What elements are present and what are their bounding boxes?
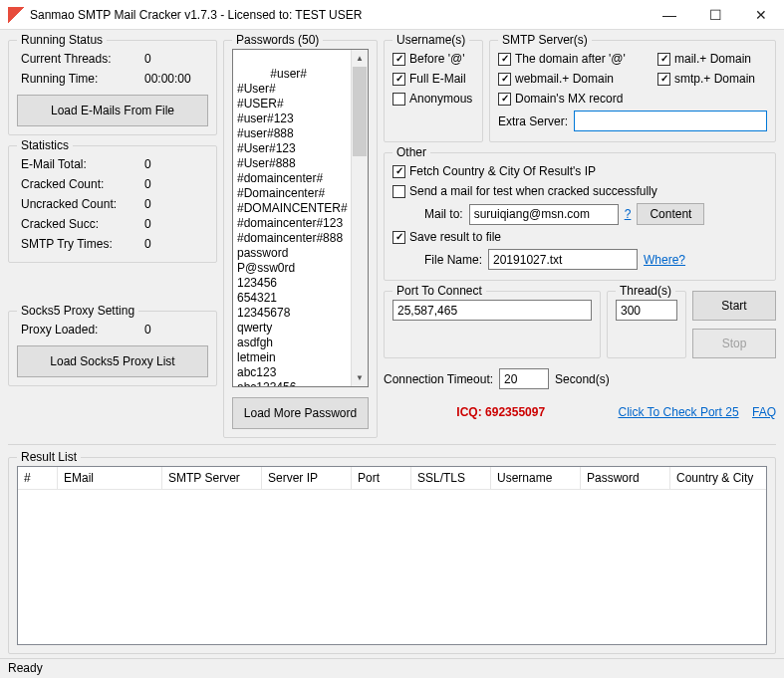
webmail-label: webmail.+ Domain: [515, 72, 614, 86]
minimize-button[interactable]: —: [647, 0, 692, 30]
anonymous-checkbox[interactable]: [392, 93, 405, 106]
result-table[interactable]: # EMail SMTP Server Server IP Port SSL/T…: [17, 466, 767, 645]
scroll-up-icon[interactable]: ▲: [352, 50, 368, 67]
webmail-checkbox[interactable]: [498, 73, 511, 86]
maximize-button[interactable]: ☐: [692, 0, 738, 30]
uncracked-count-label: Uncracked Count:: [21, 197, 117, 211]
other-group: Other Fetch Country & City Of Result's I…: [384, 152, 776, 281]
before-at-label: Before '@': [409, 52, 464, 66]
statistics-group: Statistics E-Mail Total:0 Cracked Count:…: [8, 145, 217, 263]
check-port-link[interactable]: Click To Check Port 25: [618, 405, 738, 419]
statusbar: Ready: [0, 658, 784, 678]
icq-label: ICQ: 692355097: [456, 405, 545, 419]
cracked-count-label: Cracked Count:: [21, 177, 104, 191]
col-username[interactable]: Username: [491, 467, 581, 489]
mail-help-link[interactable]: ?: [625, 207, 632, 221]
result-list-title: Result List: [17, 450, 81, 464]
mail-to-label: Mail to:: [424, 207, 463, 221]
before-at-checkbox[interactable]: [392, 53, 405, 66]
running-time-label: Running Time:: [21, 72, 98, 86]
usernames-title: Username(s): [392, 33, 469, 47]
col-email[interactable]: EMail: [58, 467, 162, 489]
file-name-input[interactable]: [488, 249, 638, 270]
start-button[interactable]: Start: [692, 291, 776, 321]
running-status-title: Running Status: [17, 33, 107, 47]
email-total-label: E-Mail Total:: [21, 157, 87, 171]
faq-link[interactable]: FAQ: [752, 405, 776, 419]
col-num[interactable]: #: [18, 467, 58, 489]
where-link[interactable]: Where?: [644, 253, 685, 267]
domain-after-at-label: The domain after '@': [515, 52, 626, 66]
col-server-ip[interactable]: Server IP: [262, 467, 352, 489]
running-time-value: 00:00:00: [144, 72, 204, 86]
cracked-count-value: 0: [144, 177, 204, 191]
current-threads-label: Current Threads:: [21, 52, 112, 66]
smtp-domain-checkbox[interactable]: [657, 73, 670, 86]
scroll-thumb[interactable]: [353, 67, 367, 156]
save-result-label: Save result to file: [409, 230, 501, 244]
proxy-loaded-label: Proxy Loaded:: [21, 323, 98, 337]
file-name-label: File Name:: [424, 253, 482, 267]
send-mail-test-checkbox[interactable]: [392, 185, 405, 198]
table-body: [18, 490, 766, 644]
socks5-title: Socks5 Proxy Setting: [17, 304, 138, 318]
fetch-country-label: Fetch Country & City Of Result's IP: [409, 164, 596, 178]
socks5-group: Socks5 Proxy Setting Proxy Loaded:0 Load…: [8, 311, 217, 386]
threads-group: Thread(s): [607, 291, 686, 358]
window-title: Sanmao SMTP Mail Cracker v1.7.3 - Licens…: [30, 8, 647, 22]
smtp-try-label: SMTP Try Times:: [21, 237, 113, 251]
timeout-unit: Second(s): [555, 372, 610, 386]
load-more-password-button[interactable]: Load More Password: [232, 397, 369, 429]
smtp-servers-title: SMTP Server(s): [498, 33, 592, 47]
current-threads-value: 0: [144, 52, 204, 66]
load-emails-button[interactable]: Load E-Mails From File: [17, 95, 208, 126]
smtp-domain-label: smtp.+ Domain: [674, 72, 755, 86]
col-password[interactable]: Password: [581, 467, 670, 489]
extra-server-input[interactable]: [574, 111, 767, 131]
cracked-succ-label: Cracked Succ:: [21, 217, 99, 231]
full-email-label: Full E-Mail: [409, 72, 466, 86]
close-button[interactable]: ✕: [738, 0, 784, 30]
port-group: Port To Connect: [384, 291, 601, 358]
usernames-group: Username(s) Before '@' Full E-Mail Anony…: [384, 40, 483, 142]
send-mail-test-label: Send a mail for test when cracked succes…: [409, 184, 657, 198]
uncracked-count-value: 0: [144, 197, 204, 211]
mx-record-checkbox[interactable]: [498, 93, 511, 106]
smtp-servers-group: SMTP Server(s) The domain after '@' webm…: [489, 40, 776, 142]
domain-after-at-checkbox[interactable]: [498, 53, 511, 66]
email-total-value: 0: [144, 157, 204, 171]
port-input[interactable]: [392, 300, 592, 321]
mail-domain-label: mail.+ Domain: [674, 52, 751, 66]
table-header: # EMail SMTP Server Server IP Port SSL/T…: [18, 467, 766, 490]
anonymous-label: Anonymous: [409, 92, 472, 106]
result-list-group: Result List # EMail SMTP Server Server I…: [8, 457, 776, 654]
fetch-country-checkbox[interactable]: [392, 165, 405, 178]
extra-server-label: Extra Server:: [498, 114, 568, 128]
running-status-group: Running Status Current Threads: 0 Runnin…: [8, 40, 217, 135]
app-icon: [8, 7, 24, 23]
col-ssl[interactable]: SSL/TLS: [411, 467, 491, 489]
scroll-down-icon[interactable]: ▼: [352, 369, 368, 386]
port-title: Port To Connect: [392, 284, 486, 298]
timeout-label: Connection Timeout:: [384, 372, 493, 386]
other-title: Other: [392, 145, 430, 159]
col-smtp[interactable]: SMTP Server: [162, 467, 262, 489]
passwords-items: #user# #User# #USER# #user#123 #user#888…: [237, 67, 348, 387]
timeout-input[interactable]: [499, 368, 549, 389]
save-result-checkbox[interactable]: [392, 231, 405, 244]
passwords-title: Passwords (50): [232, 33, 323, 47]
content-button[interactable]: Content: [637, 203, 704, 225]
mail-domain-checkbox[interactable]: [657, 53, 670, 66]
titlebar: Sanmao SMTP Mail Cracker v1.7.3 - Licens…: [0, 0, 784, 30]
col-country[interactable]: Country & City: [670, 467, 766, 489]
threads-input[interactable]: [616, 300, 677, 321]
divider: [8, 444, 776, 445]
passwords-listbox[interactable]: #user# #User# #USER# #user#123 #user#888…: [232, 49, 369, 387]
load-socks5-button[interactable]: Load Socks5 Proxy List: [17, 345, 208, 377]
stop-button[interactable]: Stop: [692, 329, 776, 358]
mail-to-input[interactable]: [469, 204, 619, 225]
col-port[interactable]: Port: [352, 467, 411, 489]
scrollbar[interactable]: ▲ ▼: [351, 50, 368, 386]
mx-record-label: Domain's MX record: [515, 92, 623, 106]
full-email-checkbox[interactable]: [392, 73, 405, 86]
